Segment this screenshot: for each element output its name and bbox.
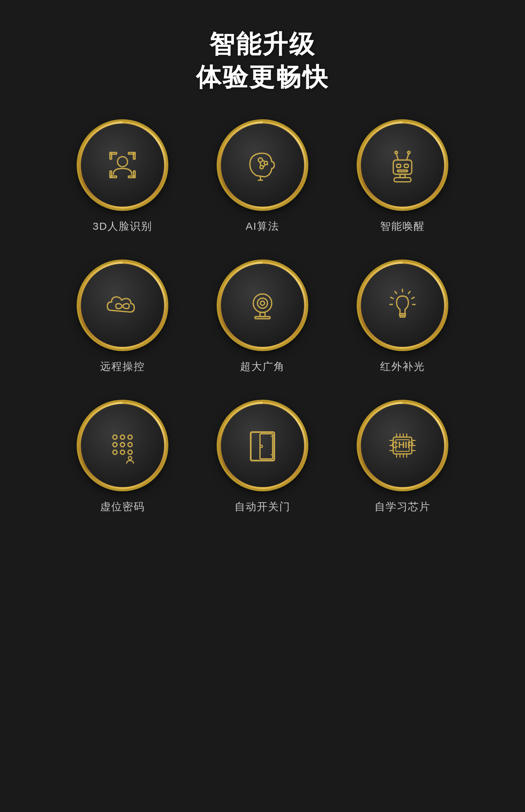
icon-virtual-password [79,402,166,489]
icon-ir-light [359,262,446,349]
chip-icon: CHIP [382,425,424,466]
svg-line-37 [412,297,414,299]
feature-ai-algorithm: AI算法 [210,121,315,234]
icon-smart-wake [359,121,446,209]
label-virtual-password: 虚位密码 [100,500,145,514]
page-title: 智能升级 体验更畅快 [196,28,329,93]
feature-remote-control: 远程操控 [70,262,175,374]
svg-point-8 [118,157,128,167]
door-icon [241,425,284,466]
icon-wide-angle [219,262,306,349]
svg-line-38 [395,292,397,294]
label-wide-angle: 超大广角 [240,359,285,374]
svg-point-29 [258,298,268,308]
svg-rect-7 [133,171,135,178]
svg-point-25 [407,151,410,154]
icon-remote-control [79,262,166,349]
label-remote-control: 远程操控 [100,359,145,374]
svg-text:CHIP: CHIP [391,440,413,450]
feature-wide-angle: 超大广角 [210,262,315,374]
feature-face-recognition: 3D人脸识别 [70,121,175,234]
svg-rect-19 [397,164,401,168]
feature-smart-wake: 智能唤醒 [350,121,455,234]
svg-line-36 [408,292,410,294]
svg-rect-20 [404,164,408,168]
svg-point-49 [120,450,125,454]
robot-icon [382,144,424,186]
label-self-learning-chip: 自学习芯片 [374,500,430,514]
svg-rect-27 [394,178,411,182]
svg-rect-5 [110,171,112,178]
feature-auto-door: 自动开关门 [210,402,315,514]
svg-point-51 [128,456,132,460]
feature-self-learning-chip: CHIP 自学习芯片 [350,402,455,514]
svg-point-30 [260,301,265,305]
svg-rect-21 [398,170,408,172]
icon-auto-door [219,402,306,489]
label-face-recognition: 3D人脸识别 [93,219,152,234]
icon-face-recognition [79,121,166,209]
svg-line-14 [263,165,265,167]
svg-point-45 [113,443,117,447]
svg-line-15 [260,162,261,166]
svg-rect-32 [255,317,270,319]
camera-icon [241,284,284,326]
svg-point-44 [128,435,132,439]
label-ai-algorithm: AI算法 [246,219,279,234]
label-ir-light: 红外补光 [380,359,425,374]
ai-brain-icon [241,144,284,186]
svg-line-39 [391,297,393,299]
feature-ir-light: 红外补光 [350,262,455,374]
svg-point-54 [260,445,262,448]
svg-rect-34 [400,315,405,317]
keypad-icon [102,425,144,466]
svg-point-28 [253,294,272,313]
svg-point-48 [113,450,117,454]
bulb-icon [382,284,424,326]
label-smart-wake: 智能唤醒 [380,219,425,234]
label-auto-door: 自动开关门 [234,500,290,514]
face-icon [102,144,144,186]
svg-point-46 [120,443,125,447]
cloud-icon [102,284,144,326]
svg-point-24 [395,151,397,154]
svg-point-47 [128,443,132,447]
svg-point-43 [120,435,125,439]
features-grid: 3D人脸识别 AI算法 [70,121,455,514]
svg-point-42 [113,435,117,439]
svg-point-50 [128,450,132,454]
icon-self-learning-chip: CHIP [359,402,446,489]
icon-ai-algorithm [219,121,306,209]
feature-virtual-password: 虚位密码 [70,402,175,514]
svg-rect-3 [133,152,135,159]
svg-rect-1 [110,152,112,159]
svg-rect-53 [260,434,273,459]
